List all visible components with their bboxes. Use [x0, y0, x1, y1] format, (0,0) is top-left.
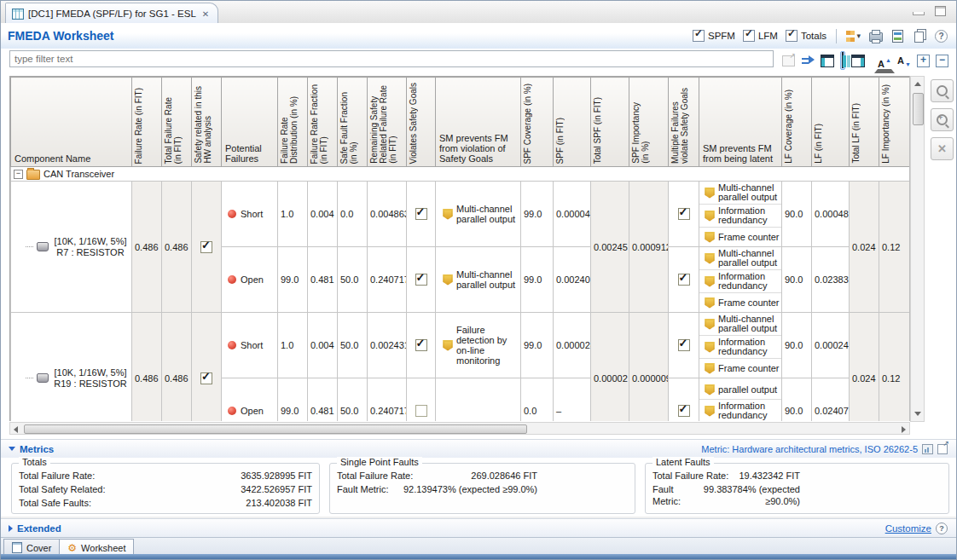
distribution-cell: 1.0: [278, 182, 308, 247]
group-row[interactable]: − CAN Transceiver: [11, 167, 911, 182]
open-external-icon[interactable]: [937, 444, 948, 454]
shield-icon: [705, 211, 715, 222]
metric-label: Fault Metric:: [652, 483, 693, 507]
scroll-down-icon[interactable]: [914, 412, 921, 416]
editor-tab-fmeda[interactable]: [DC1] FMEDA (SPF/LF) for SG1 - ESL ✕: [5, 3, 218, 24]
col-total-failure-rate[interactable]: Total Failure Rate (in FIT): [162, 78, 192, 167]
shield-icon: [443, 209, 453, 220]
scroll-up-icon[interactable]: [914, 82, 921, 86]
remaining-cell: 0.240717: [368, 378, 407, 422]
layout-compact-icon[interactable]: [821, 55, 834, 67]
col-total-lf[interactable]: Total LF (in FIT): [850, 78, 879, 167]
totals-checkbox[interactable]: ✓ Totals: [786, 30, 826, 42]
tree-connector: [26, 378, 33, 378]
collapse-all-button[interactable]: −: [936, 55, 948, 67]
font-increase-button[interactable]: A: [874, 59, 895, 73]
col-multiple-failures[interactable]: Multiple Failures violate Safety Goals: [669, 78, 699, 167]
layout-selected[interactable]: [840, 51, 845, 70]
minimize-icon[interactable]: [913, 12, 925, 15]
col-component-name[interactable]: Component Name: [11, 78, 132, 167]
safety-related-checkbox[interactable]: ✓: [200, 241, 212, 253]
horizontal-scrollbar-thumb[interactable]: [24, 424, 527, 434]
col-remaining-fr[interactable]: Remaining Safety Related Failure Rate (i…: [368, 78, 407, 167]
extended-section-header[interactable]: Extended Customize ?: [1, 518, 956, 538]
help-button[interactable]: ?: [935, 30, 948, 43]
filter-input[interactable]: [9, 50, 774, 67]
single-point-faults-groupbox: Single Point Faults Total Failure Rate:2…: [329, 463, 635, 514]
failure-cell: Open: [222, 247, 278, 313]
col-fr-fraction[interactable]: Failure Rate Fraction (in FIT): [308, 78, 338, 167]
flatten-arrows-icon[interactable]: [801, 55, 815, 66]
remaining-cell: 0.002431: [368, 313, 407, 378]
fraction-cell: 0.004: [308, 313, 338, 378]
table-row[interactable]: [10K, 1/16W, 5%] R7 : RESISTOR 0.486 0.4…: [11, 182, 911, 247]
safety-related-checkbox[interactable]: ✓: [200, 372, 212, 384]
col-lf-importancy[interactable]: LF Importancy (in %): [879, 78, 911, 167]
lf-cell: 0.00024: [812, 313, 850, 378]
export-icon[interactable]: [922, 444, 933, 454]
violates-checkbox[interactable]: ✓: [415, 339, 427, 351]
expand-all-button[interactable]: +: [917, 55, 930, 67]
metric-label: Total Failure Rate:: [19, 470, 95, 482]
font-decrease-button[interactable]: A: [897, 55, 911, 66]
editor-tabstrip: [DC1] FMEDA (SPF/LF) for SG1 - ESL ✕: [1, 1, 956, 24]
violates-checkbox[interactable]: ✓: [415, 208, 427, 220]
component-cell: [10K, 1/16W, 5%] R7 : RESISTOR: [11, 182, 132, 313]
close-tab-icon[interactable]: ✕: [202, 9, 209, 19]
print-button[interactable]: [868, 29, 883, 43]
col-potential-failures[interactable]: Potential Failures: [222, 78, 278, 167]
col-lf[interactable]: LF (in FIT): [812, 78, 850, 167]
scroll-right-icon[interactable]: [902, 426, 906, 433]
col-violates-sg[interactable]: Violates Safety Goals: [407, 78, 436, 167]
maximize-icon[interactable]: [935, 6, 946, 16]
delete-button[interactable]: ✕: [931, 137, 954, 160]
col-spf[interactable]: SPF (in FIT): [554, 78, 591, 167]
vertical-scrollbar[interactable]: [910, 76, 925, 422]
export-report-button[interactable]: [890, 29, 905, 43]
collapse-triangle-icon[interactable]: [9, 447, 15, 451]
spfm-checkbox[interactable]: ✓ SPFM: [693, 30, 735, 42]
sm-violation-cell: [436, 378, 521, 422]
col-sm-violation[interactable]: SM prevents FM from violation of Safety …: [436, 78, 521, 167]
col-total-spf[interactable]: Total SPF (in FIT): [591, 78, 629, 167]
collapse-expander-icon[interactable]: −: [14, 170, 23, 179]
spf-cell: 0.000049: [554, 182, 591, 247]
col-spf-coverage[interactable]: SPF Coverage (in %): [521, 78, 554, 167]
col-safety-related[interactable]: Safety related in this HW analysis: [192, 78, 222, 167]
vertical-scrollbar-thumb[interactable]: [913, 93, 924, 125]
edit-button[interactable]: [931, 79, 954, 102]
scroll-left-icon[interactable]: [14, 426, 18, 433]
col-safe-fault-fraction[interactable]: Safe Fault Fraction (in %): [338, 78, 368, 167]
multiple-failures-checkbox[interactable]: ✓: [678, 208, 690, 220]
help-icon[interactable]: ?: [936, 522, 948, 534]
component-cell: [10K, 1/16W, 5%] R19 : RESISTOR: [11, 313, 132, 422]
col-failure-rate[interactable]: Failure Rate (in FIT): [132, 78, 162, 167]
col-fr-distribution[interactable]: Failure Rate Distribution (in %): [278, 78, 308, 167]
failure-mode-icon: [228, 407, 236, 415]
sm-violation-cell: Multi-channel parallel output: [436, 247, 521, 313]
multiple-failures-checkbox[interactable]: ✓: [678, 339, 690, 351]
shield-icon: [705, 342, 715, 353]
metric-standard-link[interactable]: Metric: Hardware architectural metrics, …: [701, 444, 918, 454]
copy-button[interactable]: [913, 29, 927, 43]
lfm-checkbox[interactable]: ✓ LFM: [743, 30, 778, 42]
view-menu-button[interactable]: ▾: [846, 29, 861, 43]
col-spf-importancy[interactable]: SPF Importancy (in %): [629, 78, 669, 167]
col-lf-coverage[interactable]: LF Coverage (in %): [782, 78, 812, 167]
multiple-failures-checkbox[interactable]: ✓: [678, 405, 690, 417]
violates-checkbox[interactable]: ✓: [415, 274, 427, 286]
violates-checkbox[interactable]: [415, 405, 427, 417]
metrics-section-header[interactable]: Metrics Metric: Hardware architectural m…: [1, 439, 956, 458]
col-sm-latent[interactable]: SM prevents FM from being latent: [699, 78, 782, 167]
multiple-failures-checkbox[interactable]: ✓: [678, 274, 690, 286]
table-row[interactable]: [10K, 1/16W, 5%] R19 : RESISTOR 0.486 0.…: [11, 313, 911, 378]
horizontal-scrollbar[interactable]: [9, 422, 910, 435]
layout-wide-icon[interactable]: [851, 55, 865, 67]
expand-triangle-icon[interactable]: [9, 525, 13, 532]
failure-cell: Short: [222, 182, 278, 247]
customize-link[interactable]: Customize: [885, 523, 931, 534]
sm-violation-cell: Failure detection by on-line monitoring: [436, 313, 521, 378]
lf-cell: 0.00048: [812, 182, 850, 247]
page-title: FMEDA Worksheet: [1, 29, 113, 43]
add-button[interactable]: [931, 108, 954, 131]
